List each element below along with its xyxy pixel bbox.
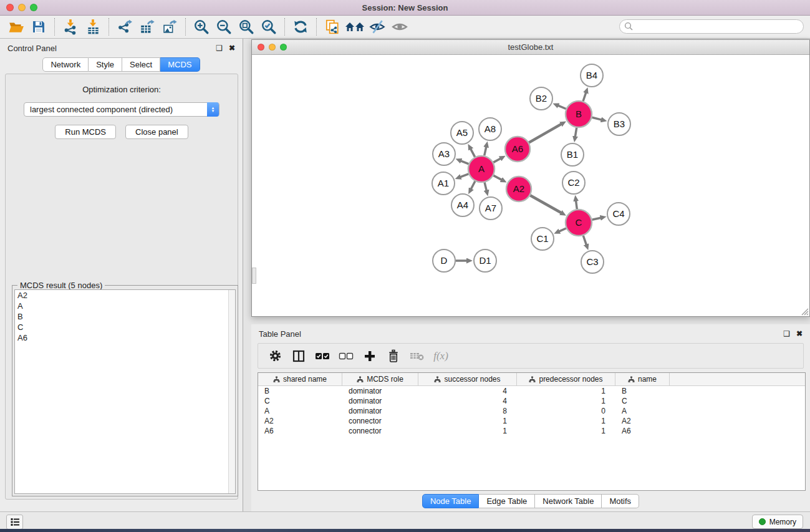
hide-selected-button[interactable] [366, 17, 388, 37]
graph-node-C2[interactable]: C2 [562, 172, 585, 194]
import-network-button[interactable] [59, 17, 82, 37]
graph-node-A5[interactable]: A5 [451, 122, 473, 144]
tab-select[interactable]: Select [122, 57, 160, 72]
table-row[interactable]: Bdominator41B [258, 386, 805, 396]
first-neighbors-button[interactable] [344, 17, 366, 37]
table-cell[interactable]: 0 [517, 407, 615, 415]
column-header-predecessor-nodes[interactable]: predecessor nodes [517, 373, 615, 385]
graph-edge-C-C2[interactable] [576, 201, 577, 209]
network-zoom-button[interactable] [280, 44, 287, 51]
graph-edge-B-B3[interactable] [592, 117, 601, 120]
table-cell[interactable]: connector [342, 417, 418, 425]
delete-column-button[interactable] [383, 347, 404, 365]
zoom-fit-button[interactable] [235, 17, 258, 37]
save-session-button[interactable] [27, 17, 50, 37]
graph-node-A8[interactable]: A8 [479, 118, 501, 140]
table-tab-edge-table[interactable]: Edge Table [479, 494, 535, 508]
table-cell[interactable]: A [258, 407, 342, 415]
graph-edge-A2-C[interactable] [530, 195, 561, 213]
graph-edge-A-A8[interactable] [485, 147, 486, 155]
graph-node-A7[interactable]: A7 [480, 197, 502, 220]
criterion-select[interactable]: largest connected component (directed) ▲… [24, 102, 219, 117]
tab-style[interactable]: Style [89, 57, 122, 72]
export-table-button[interactable] [136, 17, 158, 37]
control-panel-titlebar[interactable]: Control Panel ❑ ✖ [0, 39, 243, 57]
delete-table-button[interactable] [407, 347, 428, 365]
run-mcds-button[interactable]: Run MCDS [55, 125, 116, 139]
mcds-result-list[interactable]: A2ABCA6 [14, 289, 236, 494]
network-close-button[interactable] [258, 44, 264, 51]
graph-edge-A-A1[interactable] [460, 174, 468, 177]
create-column-button[interactable] [359, 347, 380, 365]
graph-node-A6[interactable]: A6 [505, 137, 530, 162]
float-panel-icon[interactable]: ❑ [783, 330, 790, 337]
graph-node-B4[interactable]: B4 [581, 64, 603, 87]
graph-node-B2[interactable]: B2 [530, 87, 552, 110]
search-input[interactable] [619, 19, 804, 34]
graph-node-B3[interactable]: B3 [608, 113, 630, 135]
graph-edge-C-C1[interactable] [559, 228, 566, 231]
graph-edge-A-A5[interactable] [471, 149, 475, 157]
column-header-successor-nodes[interactable]: successor nodes [418, 373, 517, 385]
graph-node-C1[interactable]: C1 [531, 228, 554, 250]
mcds-result-item[interactable]: C [15, 322, 235, 332]
close-panel-button[interactable]: Close panel [125, 125, 188, 139]
table-cell[interactable]: A2 [615, 417, 670, 425]
task-history-button[interactable] [6, 515, 23, 530]
table-cell[interactable]: 1 [517, 417, 615, 425]
table-cell[interactable]: 1 [517, 397, 615, 405]
graph-edge-A-A4[interactable] [471, 181, 475, 190]
graph-node-A2[interactable]: A2 [506, 177, 531, 201]
table-tab-node-table[interactable]: Node Table [422, 494, 480, 508]
export-network-button[interactable] [113, 17, 136, 37]
graph-node-D1[interactable]: D1 [474, 249, 496, 272]
table-cell[interactable]: 1 [418, 417, 517, 425]
graph-edge-C-C3[interactable] [583, 236, 586, 245]
network-window-titlebar[interactable]: testGlobe.txt [252, 40, 809, 55]
network-canvas[interactable]: AA1A3A5A8A4A7A6A2BB2B4B3B1CC2C4C1C3DD1 [252, 55, 809, 316]
table-cell[interactable]: A6 [258, 427, 342, 435]
float-panel-icon[interactable]: ❑ [216, 44, 223, 52]
graph-node-B[interactable]: B [566, 101, 592, 127]
table-panel-titlebar[interactable]: Table Panel ❑ ✖ [251, 324, 810, 343]
table-cell[interactable]: 4 [418, 397, 517, 405]
graph-node-A1[interactable]: A1 [432, 172, 455, 195]
table-cell[interactable]: connector [342, 427, 418, 435]
graph-edge-C-C4[interactable] [592, 218, 601, 220]
mcds-result-item[interactable]: A2 [15, 290, 235, 301]
table-row[interactable]: A6connector11A6 [258, 426, 805, 436]
graph-edge-A-A7[interactable] [485, 182, 486, 190]
table-cell[interactable]: C [615, 397, 670, 405]
graph-edge-B-B4[interactable] [583, 93, 586, 102]
table-row[interactable]: A2connector11A2 [258, 416, 805, 426]
table-cell[interactable]: 1 [517, 427, 615, 435]
app-titlebar[interactable]: Session: New Session [0, 0, 810, 16]
table-cell[interactable]: A [615, 407, 670, 415]
graph-node-C4[interactable]: C4 [607, 203, 630, 225]
graph-node-A3[interactable]: A3 [433, 143, 455, 165]
table-row[interactable]: Cdominator41C [258, 396, 805, 406]
graph-node-A4[interactable]: A4 [451, 194, 474, 216]
column-header-shared-name[interactable]: shared name [258, 373, 342, 385]
node-table[interactable]: shared nameMCDS rolesuccessor nodesprede… [258, 372, 806, 491]
window-resize-grip-icon[interactable] [800, 307, 809, 316]
graph-edge-B-B1[interactable] [575, 128, 576, 137]
minimize-window-button[interactable] [18, 4, 26, 11]
canvas-splitter-grip[interactable] [252, 268, 256, 284]
column-header-name[interactable]: name [615, 373, 670, 385]
import-table-button[interactable] [82, 17, 104, 37]
table-tab-network-table[interactable]: Network Table [535, 494, 602, 508]
mcds-result-item[interactable]: A [15, 301, 235, 311]
table-cell[interactable]: dominator [342, 387, 418, 395]
graph-edge-B-B2[interactable] [558, 105, 566, 109]
table-cell[interactable]: C [258, 397, 342, 405]
show-columns-button[interactable] [288, 347, 309, 365]
zoom-window-button[interactable] [30, 4, 37, 11]
graph-node-C[interactable]: C [566, 210, 592, 236]
refresh-button[interactable] [289, 17, 312, 37]
graph-node-C3[interactable]: C3 [581, 251, 604, 273]
network-graph[interactable]: AA1A3A5A8A4A7A6A2BB2B4B3B1CC2C4C1C3DD1 [252, 55, 809, 316]
table-settings-button[interactable] [264, 347, 286, 365]
table-cell[interactable]: B [615, 387, 670, 395]
graph-node-D[interactable]: D [433, 249, 455, 272]
